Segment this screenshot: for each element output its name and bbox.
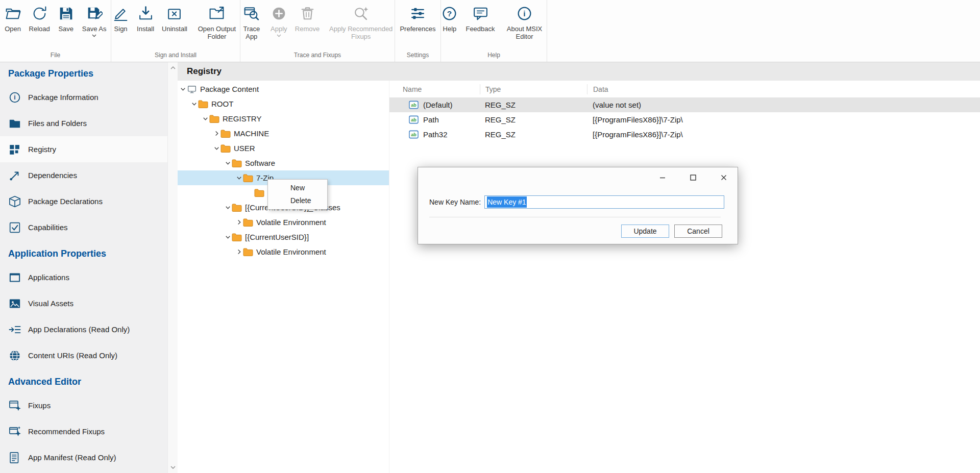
scroll-up-icon[interactable] <box>168 63 178 72</box>
button-label: Open <box>5 25 21 33</box>
tree-row-package-content[interactable]: Package Content <box>178 82 389 96</box>
sidebar-item-capabilities[interactable]: Capabilities <box>0 214 167 240</box>
save-as-icon <box>86 5 103 22</box>
save-as-button[interactable]: Save As <box>79 4 110 38</box>
chevron-down-icon[interactable] <box>179 85 187 93</box>
uninstall-button[interactable]: Uninstall <box>159 4 190 34</box>
section-title-package-properties: Package Properties <box>0 65 167 84</box>
chevron-down-icon[interactable] <box>201 115 209 123</box>
about-icon: i <box>516 5 533 22</box>
sidebar-item-label: Applications <box>28 273 69 282</box>
save-button[interactable]: Save <box>55 4 78 34</box>
install-button[interactable]: Install <box>134 4 157 34</box>
column-header-name[interactable]: Name <box>389 84 480 94</box>
value-type: REG_SZ <box>480 115 587 124</box>
registry-value-row[interactable]: ab Path32 REG_SZ [{ProgramFilesX86}]\7-Z… <box>389 127 980 142</box>
button-label: Remove <box>295 25 320 33</box>
sidebar-item-label: Files and Folders <box>28 119 87 128</box>
ribbon-group-sign-and-install: Sign Install Uninstall Open Output F <box>111 0 240 62</box>
button-label: Save <box>58 25 74 33</box>
chevron-right-icon[interactable] <box>235 248 243 256</box>
button-label: Open Output Folder <box>195 25 239 40</box>
scroll-down-icon[interactable] <box>168 463 178 472</box>
tree-row-currentusersid[interactable]: [{CurrentUserSID}] <box>178 230 389 244</box>
ribbon-group-label: Trace and Fixups <box>240 52 395 62</box>
tree-row-registry[interactable]: REGISTRY <box>178 111 389 126</box>
column-header-type[interactable]: Type <box>480 84 587 94</box>
about-msix-editor-button[interactable]: i About MSIX Editor <box>500 4 550 41</box>
apply-recommended-fixups-button[interactable]: Apply Recommended Fixups <box>324 4 398 41</box>
chevron-down-icon[interactable] <box>224 159 232 167</box>
remove-button[interactable]: Remove <box>292 4 323 34</box>
column-header-data[interactable]: Data <box>587 84 980 94</box>
sidebar-item-fixups[interactable]: Fixups <box>0 392 167 418</box>
sidebar-item-visual-assets[interactable]: Visual Assets <box>0 290 167 316</box>
sidebar-item-label: Capabilities <box>28 223 68 232</box>
folder-icon <box>232 203 242 212</box>
sidebar-item-label: Visual Assets <box>28 299 74 308</box>
sidebar-scrollbar[interactable] <box>167 62 178 473</box>
tree-row-machine[interactable]: MACHINE <box>178 126 389 141</box>
chevron-down-icon[interactable] <box>224 204 232 212</box>
apply-recommended-fixups-icon <box>353 5 370 22</box>
string-value-icon: ab <box>409 101 419 109</box>
sidebar-item-package-information[interactable]: i Package Information <box>0 84 167 110</box>
sidebar-item-label: App Declarations (Read Only) <box>28 325 130 334</box>
chevron-down-icon[interactable] <box>235 174 243 182</box>
button-label: Trace App <box>240 25 263 40</box>
svg-text:i: i <box>14 94 15 101</box>
svg-text:?: ? <box>447 9 452 18</box>
tree-row-volatile-environment[interactable]: Volatile Environment <box>178 244 389 259</box>
open-button[interactable]: Open <box>2 4 24 34</box>
context-menu-item-delete[interactable]: Delete <box>268 194 327 207</box>
sidebar-item-files-and-folders[interactable]: Files and Folders <box>0 110 167 136</box>
help-button[interactable]: ? Help <box>438 4 461 34</box>
chevron-down-icon[interactable] <box>224 233 232 241</box>
sidebar-item-app-declarations[interactable]: App Declarations (Read Only) <box>0 316 167 342</box>
registry-value-row[interactable]: ab (Default) REG_SZ (value not set) <box>389 97 980 112</box>
chevron-down-icon[interactable] <box>212 144 220 153</box>
tree-row-label: MACHINE <box>234 129 269 138</box>
folder-icon <box>232 159 242 168</box>
sidebar-item-applications[interactable]: Applications <box>0 264 167 290</box>
chevron-right-icon[interactable] <box>212 130 220 138</box>
package-icon <box>8 195 21 208</box>
string-value-icon: ab <box>409 115 419 124</box>
trace-app-button[interactable]: Trace App <box>237 4 266 41</box>
update-button[interactable]: Update <box>621 225 669 238</box>
chevron-right-icon[interactable] <box>235 218 243 227</box>
help-icon: ? <box>441 5 458 22</box>
preferences-button[interactable]: Preferences <box>397 4 438 34</box>
tree-row-user[interactable]: USER <box>178 141 389 156</box>
save-icon <box>58 5 75 22</box>
sidebar-item-app-manifest[interactable]: App Manifest (Read Only) <box>0 444 167 470</box>
ribbon-group-label: Sign and Install <box>111 52 240 62</box>
maximize-icon[interactable] <box>688 173 699 182</box>
sidebar-item-package-declarations[interactable]: Package Declarations <box>0 188 167 214</box>
tree-row-volatile-environment[interactable]: Volatile Environment <box>178 215 389 230</box>
ribbon-group-label: Settings <box>395 52 440 62</box>
minimize-icon[interactable] <box>657 173 668 182</box>
chevron-none <box>246 189 254 197</box>
new-key-name-input[interactable]: New Key #1 <box>484 195 724 209</box>
sidebar-item-recommended-fixups[interactable]: Recommended Fixups <box>0 418 167 444</box>
registry-value-row[interactable]: ab Path REG_SZ [{ProgramFilesX86}]\7-Zip… <box>389 112 980 127</box>
close-icon[interactable] <box>718 173 729 182</box>
dialog-separator <box>429 217 721 217</box>
context-menu-item-new[interactable]: New <box>268 182 327 194</box>
chevron-down-icon[interactable] <box>190 100 198 108</box>
sidebar-item-dependencies[interactable]: Dependencies <box>0 162 167 188</box>
reload-button[interactable]: Reload <box>26 4 53 34</box>
sidebar-item-registry[interactable]: Registry <box>0 136 167 162</box>
value-type: REG_SZ <box>480 101 587 109</box>
sidebar-item-content-uris[interactable]: Content URIs (Read Only) <box>0 342 167 368</box>
folder-icon <box>243 218 253 227</box>
sign-button[interactable]: Sign <box>109 4 132 34</box>
apply-button[interactable]: Apply <box>267 4 290 38</box>
tree-row-software[interactable]: Software <box>178 156 389 170</box>
tree-row-root[interactable]: ROOT <box>178 96 389 111</box>
folder-icon <box>232 233 242 242</box>
open-output-folder-button[interactable]: Open Output Folder <box>192 4 242 41</box>
cancel-button[interactable]: Cancel <box>674 225 722 238</box>
feedback-button[interactable]: Feedback <box>462 4 498 34</box>
